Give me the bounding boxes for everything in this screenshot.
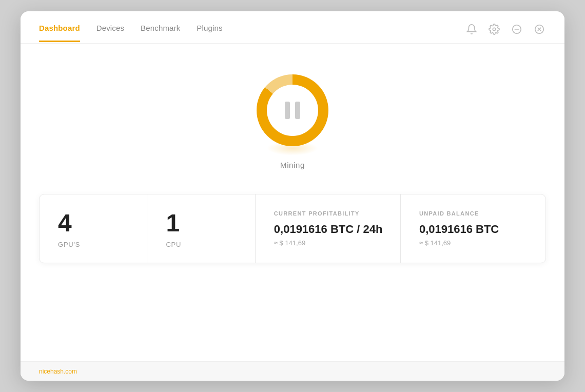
- profitability-card: CURRENT PROFITABILITY 0,0191616 BTC / 24…: [256, 194, 401, 263]
- nav-links: Dashboard Devices Benchmark Plugins: [39, 24, 223, 42]
- balance-value: 0,0191616 BTC: [419, 223, 499, 236]
- mining-section: Mining: [257, 74, 328, 169]
- app-window: Dashboard Devices Benchmark Plugins: [21, 11, 564, 381]
- gear-icon[interactable]: [488, 23, 501, 36]
- pause-icon: [285, 102, 300, 119]
- nav-item-devices[interactable]: Devices: [96, 24, 124, 42]
- cpu-stat-card: 1 CPU: [147, 194, 255, 263]
- gpu-count: 4: [58, 211, 72, 236]
- svg-point-0: [493, 28, 496, 31]
- nav-bar: Dashboard Devices Benchmark Plugins: [21, 11, 564, 44]
- balance-card: UNPAID BALANCE 0,0191616 BTC ≈ $ 141,69: [401, 194, 545, 263]
- main-content: Mining 4 GPU'S 1 CPU CURRENT PROFITABILI…: [21, 44, 564, 361]
- bottom-bar: nicehash.com: [21, 361, 564, 381]
- mining-label: Mining: [280, 161, 305, 169]
- cpu-label: CPU: [166, 241, 181, 248]
- balance-title: UNPAID BALANCE: [419, 210, 479, 217]
- profitability-value: 0,0191616 BTC / 24h: [274, 223, 383, 236]
- close-icon[interactable]: [533, 23, 546, 36]
- profitability-usd: ≈ $ 141,69: [274, 239, 305, 247]
- nav-item-benchmark[interactable]: Benchmark: [141, 24, 180, 42]
- profitability-title: CURRENT PROFITABILITY: [274, 210, 360, 217]
- bottom-link[interactable]: nicehash.com: [39, 368, 77, 375]
- nav-item-plugins[interactable]: Plugins: [197, 24, 222, 42]
- bell-icon[interactable]: [465, 23, 478, 36]
- pause-bar-left: [285, 102, 290, 119]
- pause-bar-right: [295, 102, 300, 119]
- gpu-stat-card: 4 GPU'S: [40, 194, 147, 263]
- nav-item-dashboard[interactable]: Dashboard: [39, 24, 80, 42]
- stats-row: 4 GPU'S 1 CPU CURRENT PROFITABILITY 0,01…: [39, 194, 546, 263]
- nav-controls: [465, 23, 546, 43]
- cpu-count: 1: [166, 211, 180, 236]
- balance-usd: ≈ $ 141,69: [419, 239, 451, 247]
- mining-ring: [257, 74, 328, 146]
- mining-button[interactable]: [257, 74, 328, 146]
- gpu-label: GPU'S: [58, 241, 80, 248]
- minimize-icon[interactable]: [510, 23, 523, 36]
